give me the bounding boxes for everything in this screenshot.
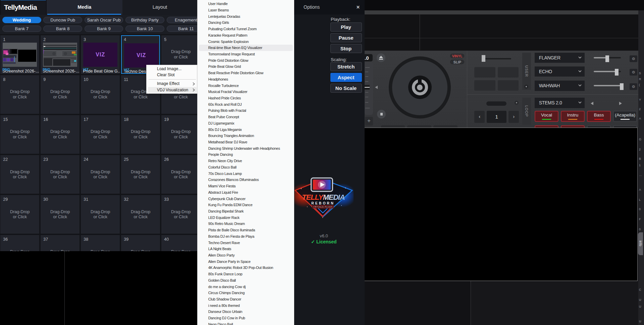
svg-text:TELLYMEDIA: TELLYMEDIA [302,193,344,201]
svg-text:REBORN: REBORN [311,201,335,205]
svg-text:VIRTUALDJ PLUGIN: VIRTUALDJ PLUGIN [313,206,332,208]
